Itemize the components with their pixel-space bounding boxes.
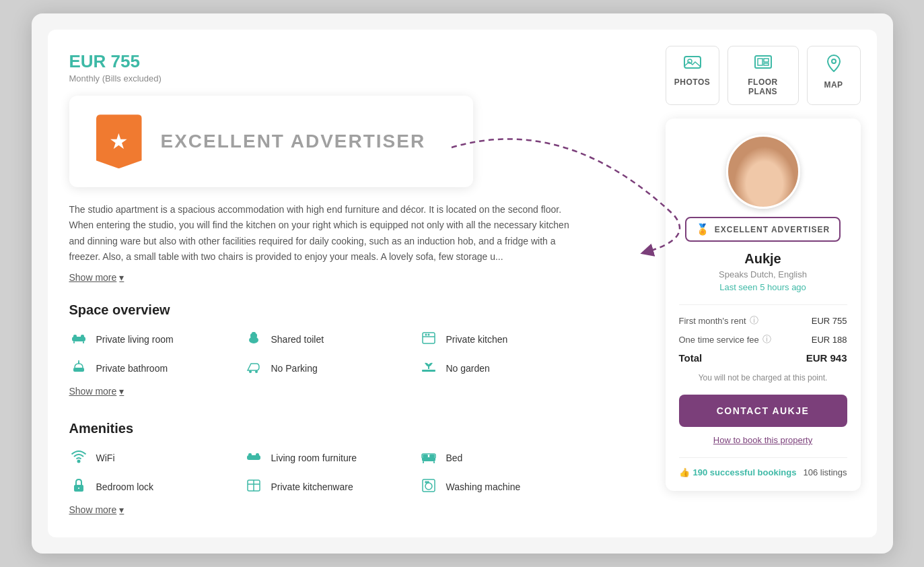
svg-rect-42 <box>764 63 769 65</box>
feature-washing-machine: Washing machine <box>419 477 594 497</box>
furniture-icon <box>244 448 263 468</box>
feature-private-bathroom: Private bathroom <box>69 359 244 378</box>
floor-plans-icon <box>754 55 772 73</box>
star-icon: ★ <box>109 129 129 154</box>
browser-window: EUR 755 Monthly (Bills excluded) ★ EXCEL… <box>32 13 893 553</box>
service-fee-label: One time service fee ⓘ <box>679 333 771 345</box>
feature-label: WiFi <box>96 453 115 463</box>
excellent-advertiser-badge: 🏅 EXCELLENT ADVERTISER <box>685 217 841 242</box>
description-text: The studio apartment is a spacious accom… <box>69 202 581 264</box>
avatar <box>726 135 800 209</box>
svg-rect-17 <box>422 370 435 372</box>
first-month-info-icon[interactable]: ⓘ <box>750 314 758 327</box>
page-content: EUR 755 Monthly (Bills excluded) ★ EXCEL… <box>48 30 877 537</box>
svg-point-43 <box>832 59 836 63</box>
price-section: EUR 755 Monthly (Bills excluded) <box>69 51 581 84</box>
total-amount: EUR 943 <box>806 352 847 364</box>
bed-icon <box>419 448 438 468</box>
amenities-grid: WiFi Living room furniture Bed <box>69 448 581 497</box>
service-fee-info-icon[interactable]: ⓘ <box>762 333 771 345</box>
svg-point-11 <box>427 333 429 335</box>
service-fee-amount: EUR 188 <box>812 335 847 345</box>
kitchenware-icon <box>244 477 263 497</box>
landlord-card: 🏅 EXCELLENT ADVERTISER Aukje Speaks Dutc… <box>666 119 861 491</box>
space-show-more[interactable]: Show more ▾ <box>69 386 125 397</box>
map-label: MAP <box>824 80 843 90</box>
advertiser-banner-text: EXCELLENT ADVERTISER <box>161 131 426 152</box>
feature-label: Washing machine <box>446 481 521 492</box>
svg-rect-7 <box>252 332 256 335</box>
main-content: EUR 755 Monthly (Bills excluded) ★ EXCEL… <box>69 51 581 515</box>
feature-private-living-room: Private living room <box>69 330 244 349</box>
space-overview-grid: Private living room Shared toilet Privat… <box>69 330 581 378</box>
garden-icon <box>419 359 438 378</box>
svg-rect-40 <box>758 59 762 65</box>
how-to-book-link[interactable]: How to book this property <box>679 435 847 445</box>
photos-button[interactable]: PHOTOS <box>666 46 719 105</box>
map-button[interactable]: MAP <box>807 46 861 105</box>
sofa-icon <box>69 330 88 349</box>
feature-label: Private bathroom <box>96 363 168 374</box>
pricing-rows: First month's rent ⓘ EUR 755 One time se… <box>679 304 847 364</box>
svg-rect-2 <box>81 335 84 338</box>
feature-private-kitchenware: Private kitchenware <box>244 477 419 497</box>
washing-machine-icon <box>419 477 438 497</box>
badge-star-icon: 🏅 <box>696 223 709 236</box>
bookings-row: 👍 190 successful bookings 106 listings <box>679 457 847 477</box>
advertiser-badge-icon: ★ <box>96 114 142 168</box>
price-amount: EUR 755 <box>69 51 581 72</box>
kitchen-icon <box>419 330 438 349</box>
svg-rect-12 <box>73 368 84 372</box>
svg-point-16 <box>255 370 258 373</box>
total-label: Total <box>679 352 703 364</box>
map-icon <box>826 55 841 76</box>
floor-plans-button[interactable]: FLOOR PLANS <box>727 46 799 105</box>
badge-text: EXCELLENT ADVERTISER <box>715 225 830 234</box>
svg-rect-3 <box>73 341 75 343</box>
feature-bedroom-lock: Bedroom lock <box>69 477 244 497</box>
feature-living-room-furniture: Living room furniture <box>244 448 419 468</box>
svg-rect-1 <box>73 335 77 338</box>
svg-point-29 <box>77 487 80 490</box>
feature-no-parking: No Parking <box>244 359 419 378</box>
landlord-name: Aukje <box>679 251 847 267</box>
svg-point-36 <box>427 481 429 483</box>
feature-shared-toilet: Shared toilet <box>244 330 419 349</box>
price-period: Monthly (Bills excluded) <box>69 73 581 84</box>
space-overview-title: Space overview <box>69 302 581 318</box>
parking-icon <box>244 359 263 378</box>
svg-point-10 <box>425 333 427 335</box>
bookings-count: 👍 190 successful bookings <box>679 467 797 477</box>
feature-label: Bedroom lock <box>96 481 154 492</box>
wifi-icon <box>69 448 88 468</box>
svg-rect-37 <box>684 57 701 68</box>
description-show-more[interactable]: Show more ▾ <box>69 272 125 283</box>
contact-button[interactable]: CONTACT AUKJE <box>679 395 847 427</box>
feature-wifi: WiFi <box>69 448 244 468</box>
svg-point-14 <box>78 360 79 362</box>
svg-rect-20 <box>248 453 252 457</box>
svg-rect-27 <box>433 461 435 463</box>
feature-label: Shared toilet <box>271 334 324 345</box>
svg-rect-22 <box>422 457 435 461</box>
lock-icon <box>69 477 88 497</box>
svg-rect-24 <box>423 455 428 457</box>
amenities-title: Amenities <box>69 421 581 436</box>
feature-bed: Bed <box>419 448 594 468</box>
first-month-rent-amount: EUR 755 <box>812 316 847 326</box>
total-row: Total EUR 943 <box>679 352 847 364</box>
svg-rect-4 <box>83 341 84 343</box>
advertiser-banner: ★ EXCELLENT ADVERTISER <box>69 96 473 187</box>
feature-label: Private kitchen <box>446 334 508 345</box>
first-month-rent-row: First month's rent ⓘ EUR 755 <box>679 314 847 327</box>
listings-count: 106 listings <box>803 467 847 477</box>
svg-rect-26 <box>423 461 424 463</box>
feature-private-kitchen: Private kitchen <box>419 330 594 349</box>
amenities-show-more[interactable]: Show more ▾ <box>69 504 125 515</box>
floor-plans-label: FLOOR PLANS <box>740 77 786 96</box>
right-column: PHOTOS FLOOR PLANS MAP <box>666 46 861 491</box>
photos-label: PHOTOS <box>674 77 710 87</box>
landlord-languages: Speaks Dutch, English <box>679 269 847 279</box>
feature-label: Private kitchenware <box>271 481 353 492</box>
feature-label: No garden <box>446 363 490 374</box>
